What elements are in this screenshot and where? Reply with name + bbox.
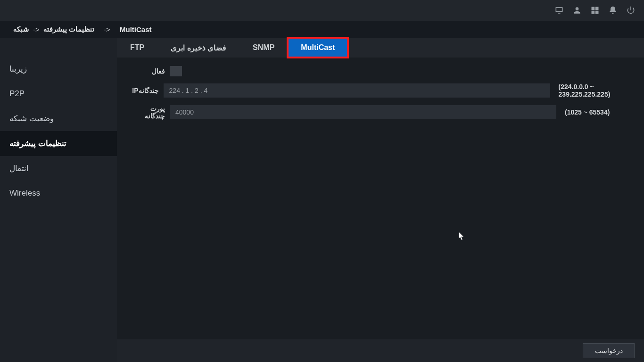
breadcrumb-sep: -> bbox=[104, 25, 110, 33]
grid-icon[interactable] bbox=[590, 6, 600, 15]
breadcrumb-root: شبکه bbox=[13, 25, 29, 33]
multicast-port-input[interactable] bbox=[170, 105, 556, 119]
topbar bbox=[0, 0, 644, 21]
sidebar: زیربنا P2P وضعیت شبکه تنظیمات پیشرفته ان… bbox=[0, 38, 117, 362]
bell-icon[interactable] bbox=[608, 6, 618, 15]
footer-bar: درخواست bbox=[117, 339, 644, 362]
multicast-form: فعال IPچندگانه (224.0.0.0 ~ 239.225.225.… bbox=[117, 58, 644, 135]
multicast-ip-label: IPچندگانه bbox=[129, 87, 164, 94]
power-icon[interactable] bbox=[626, 6, 636, 15]
sidebar-item-advanced-settings[interactable]: تنظیمات پیشرفته bbox=[0, 131, 117, 156]
tab-snmp[interactable]: SNMP bbox=[239, 38, 288, 58]
tab-multicast[interactable]: MultiCast bbox=[288, 38, 348, 58]
apply-button[interactable]: درخواست bbox=[583, 343, 635, 358]
sidebar-item-transfer[interactable]: انتقال bbox=[0, 156, 117, 181]
tab-ftp[interactable]: FTP bbox=[117, 38, 157, 58]
sidebar-item-wireless[interactable]: Wireless bbox=[0, 181, 117, 206]
sidebar-item-p2p[interactable]: P2P bbox=[0, 82, 117, 106]
tab-cloud-storage[interactable]: فضای ذخیره ابری bbox=[157, 38, 239, 58]
user-icon[interactable] bbox=[572, 6, 582, 15]
breadcrumb-leaf: MultiCast bbox=[120, 25, 152, 33]
tabs: FTP فضای ذخیره ابری SNMP MultiCast bbox=[117, 38, 644, 58]
sidebar-item-network-status[interactable]: وضعیت شبکه bbox=[0, 106, 117, 131]
enable-label: فعال bbox=[129, 67, 170, 75]
multicast-port-label: پورت چندگانه bbox=[129, 105, 170, 120]
enable-checkbox[interactable] bbox=[170, 66, 182, 76]
mouse-cursor-icon bbox=[459, 232, 465, 242]
multicast-port-hint: (1025 ~ 65534) bbox=[565, 108, 610, 116]
sidebar-item-infrastructure[interactable]: زیربنا bbox=[0, 57, 117, 82]
breadcrumb: شبکه -> تنظیمات پیشرفته -> MultiCast bbox=[0, 21, 644, 38]
content-pane: FTP فضای ذخیره ابری SNMP MultiCast فعال … bbox=[117, 38, 644, 362]
topbar-icons bbox=[554, 6, 636, 15]
multicast-ip-input[interactable] bbox=[164, 83, 550, 98]
multicast-ip-hint: (224.0.0.0 ~ 239.225.225.225) bbox=[559, 83, 632, 98]
monitor-icon[interactable] bbox=[554, 6, 564, 15]
breadcrumb-sep: -> bbox=[33, 25, 40, 33]
breadcrumb-mid: تنظیمات پیشرفته bbox=[43, 25, 94, 33]
